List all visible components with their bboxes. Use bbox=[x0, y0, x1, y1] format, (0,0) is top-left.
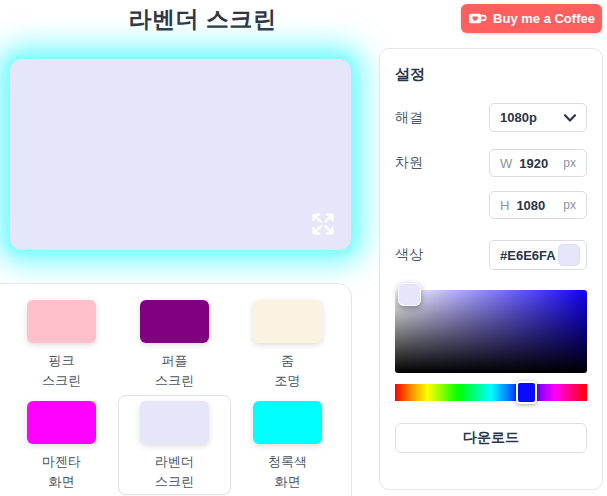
buy-me-a-coffee-button[interactable]: Buy me a Coffee bbox=[461, 4, 602, 33]
preset-label-line1: 줌 bbox=[275, 351, 301, 371]
preset-magenta-screen[interactable]: 마젠타 화면 bbox=[5, 401, 118, 492]
cream-swatch[interactable] bbox=[253, 300, 322, 343]
preset-purple-screen[interactable]: 퍼플 스크린 bbox=[118, 300, 231, 391]
lavender-swatch[interactable] bbox=[140, 401, 209, 444]
settings-panel: 설정 해결 1080p 차원 W 1920 px H 1080 px 색상 #E… bbox=[379, 48, 603, 490]
hue-slider[interactable] bbox=[395, 384, 587, 401]
height-unit: px bbox=[563, 198, 576, 212]
preset-label-line2: 스크린 bbox=[155, 371, 194, 391]
saturation-value-picker[interactable] bbox=[395, 290, 587, 373]
resolution-select[interactable]: 1080p bbox=[489, 103, 587, 132]
preset-cyan-screen[interactable]: 청록색 화면 bbox=[231, 401, 344, 492]
width-unit: px bbox=[563, 156, 576, 170]
resolution-value: 1080p bbox=[500, 110, 537, 125]
preset-label-line1: 핑크 bbox=[42, 351, 81, 371]
preset-label-line2: 화면 bbox=[268, 472, 307, 492]
preset-label-line1: 마젠타 bbox=[42, 452, 81, 472]
height-value: 1080 bbox=[516, 198, 545, 213]
preset-lavender-screen-selected[interactable]: 라벤더 스크린 bbox=[118, 395, 231, 495]
lavender-preview-screen[interactable] bbox=[10, 59, 351, 250]
preset-label-line2: 화면 bbox=[42, 472, 81, 492]
color-label: 색상 bbox=[395, 246, 423, 264]
pink-swatch[interactable] bbox=[27, 300, 96, 343]
resolution-label: 해결 bbox=[395, 109, 423, 127]
hex-color-input[interactable]: #E6E6FA bbox=[489, 240, 587, 270]
color-presets-grid: 핑크 스크린 퍼플 스크린 줌 조명 마젠타 화면 bbox=[0, 284, 351, 492]
preset-label-line2: 스크린 bbox=[155, 472, 194, 492]
fullscreen-expand-icon[interactable] bbox=[307, 208, 339, 240]
chevron-down-icon bbox=[564, 114, 576, 122]
width-value: 1920 bbox=[519, 156, 548, 171]
height-prefix: H bbox=[500, 198, 509, 213]
download-button[interactable]: 다운로드 bbox=[395, 423, 587, 453]
preset-zoom-lighting[interactable]: 줌 조명 bbox=[231, 300, 344, 391]
preset-label-line1: 퍼플 bbox=[155, 351, 194, 371]
hue-handle[interactable] bbox=[516, 381, 537, 404]
preset-label-line2: 스크린 bbox=[42, 371, 81, 391]
hex-color-value: #E6E6FA bbox=[500, 248, 556, 263]
saturation-handle[interactable] bbox=[398, 283, 421, 306]
buy-me-a-coffee-label: Buy me a Coffee bbox=[493, 11, 595, 26]
preset-label-line1: 라벤더 bbox=[155, 452, 194, 472]
page-title: 라벤더 스크린 bbox=[15, 4, 390, 35]
cyan-swatch[interactable] bbox=[253, 401, 322, 444]
preset-pink-screen[interactable]: 핑크 스크린 bbox=[5, 300, 118, 391]
coffee-cup-icon bbox=[468, 11, 487, 27]
width-prefix: W bbox=[500, 156, 512, 171]
preset-label-line2: 조명 bbox=[275, 371, 301, 391]
height-input[interactable]: H 1080 px bbox=[489, 191, 587, 219]
width-input[interactable]: W 1920 px bbox=[489, 149, 587, 177]
color-presets-card: 핑크 스크린 퍼플 스크린 줌 조명 마젠타 화면 bbox=[0, 283, 352, 496]
magenta-swatch[interactable] bbox=[27, 401, 96, 444]
color-chip[interactable] bbox=[558, 244, 580, 266]
settings-heading: 설정 bbox=[395, 65, 587, 84]
purple-swatch[interactable] bbox=[140, 300, 209, 343]
preset-label-line1: 청록색 bbox=[268, 452, 307, 472]
dimension-label: 차원 bbox=[395, 154, 423, 172]
